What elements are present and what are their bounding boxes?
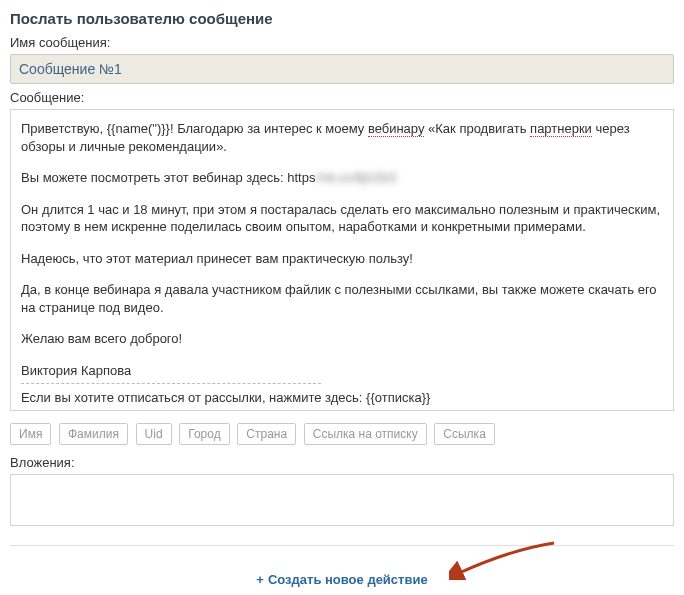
- message-name-input[interactable]: [10, 54, 674, 84]
- create-action-label: Создать новое действие: [268, 572, 428, 587]
- msg-paragraph: Надеюсь, что этот материал принесет вам …: [21, 250, 663, 268]
- attachments-input[interactable]: [10, 474, 674, 526]
- tag-unsub-button[interactable]: Ссылка на отписку: [304, 423, 427, 445]
- plus-icon: +: [256, 572, 264, 587]
- attachments-label: Вложения:: [10, 455, 674, 470]
- msg-signature: Виктория Карпова: [21, 362, 663, 380]
- bottom-bar: +Создать новое действие: [10, 545, 674, 595]
- redacted-url: //vk.cc/8jVZk3: [315, 170, 396, 185]
- name-field-label: Имя сообщения:: [10, 35, 674, 50]
- create-action-link[interactable]: +Создать новое действие: [256, 572, 427, 587]
- spellcheck-word: вебинару: [368, 121, 425, 137]
- tag-link-button[interactable]: Ссылка: [434, 423, 494, 445]
- msg-unsubscribe: Если вы хотите отписаться от рассылки, н…: [21, 389, 663, 407]
- msg-paragraph: Он длится 1 час и 18 минут, при этом я п…: [21, 201, 663, 236]
- spellcheck-word: партнерки: [530, 121, 592, 137]
- msg-paragraph: Да, в конце вебинара я давала участником…: [21, 281, 663, 316]
- msg-paragraph: Вы можете посмотреть этот вебинар здесь:…: [21, 169, 663, 187]
- tag-city-button[interactable]: Город: [179, 423, 229, 445]
- message-body-editor[interactable]: Приветствую, {{name(")}}! Благодарю за и…: [10, 109, 674, 411]
- section-title: Послать пользователю сообщение: [10, 10, 674, 27]
- tag-surname-button[interactable]: Фамилия: [59, 423, 128, 445]
- tag-name-button[interactable]: Имя: [10, 423, 51, 445]
- tag-uid-button[interactable]: Uid: [136, 423, 172, 445]
- msg-paragraph: Приветствую, {{name(")}}! Благодарю за и…: [21, 120, 663, 155]
- annotation-arrow-icon: [449, 540, 559, 580]
- tag-country-button[interactable]: Страна: [237, 423, 296, 445]
- signature-divider: [21, 383, 321, 384]
- variable-tags-row: Имя Фамилия Uid Город Страна Ссылка на о…: [10, 423, 674, 445]
- msg-paragraph: Желаю вам всего доброго!: [21, 330, 663, 348]
- message-field-label: Сообщение:: [10, 90, 674, 105]
